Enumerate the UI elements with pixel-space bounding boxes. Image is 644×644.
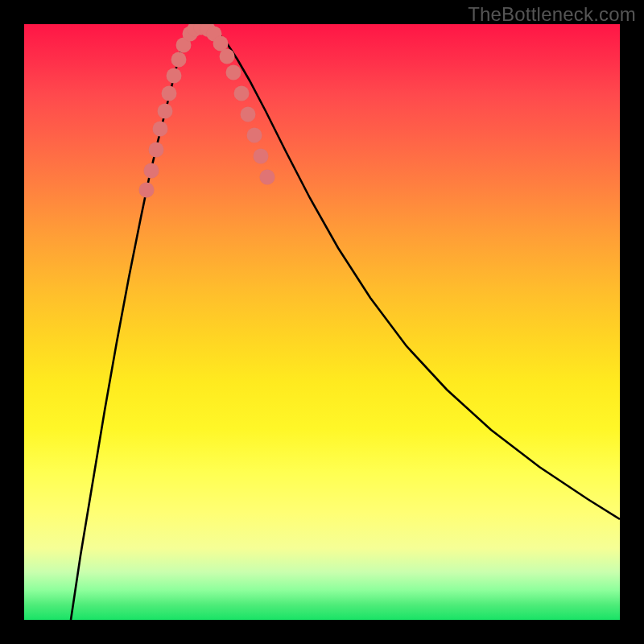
data-dot [153,122,168,137]
right-branch-curve [209,27,620,519]
curve-layer [24,24,620,620]
data-dot [260,170,275,185]
data-dot [158,104,173,119]
left-branch-curve [71,27,193,620]
data-dot [220,49,235,64]
data-dot [139,183,155,198]
chart-frame: TheBottleneck.com [0,0,644,644]
data-dot [162,86,177,101]
watermark-text: TheBottleneck.com [468,3,636,26]
data-dot [247,128,262,143]
data-dot [254,149,269,164]
data-dot [167,68,182,84]
data-dot [241,107,256,122]
data-dot [234,86,250,101]
data-dot [171,52,187,68]
plot-area [24,24,620,620]
data-dot [226,65,242,80]
data-dots [139,24,275,198]
data-dot [144,163,159,179]
data-dot [149,142,164,158]
